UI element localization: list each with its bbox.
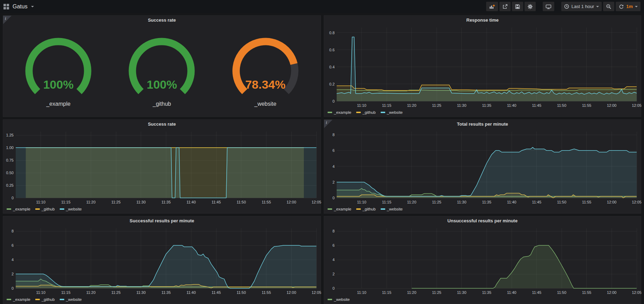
panel-unsuccessful-results: Unsuccessful results per minute 0246811:… xyxy=(324,216,641,304)
legend-series-swatch xyxy=(60,208,64,210)
time-series-chart[interactable]: 00.20.40.60.811:1011:1511:2011:2511:3011… xyxy=(324,25,641,117)
x-axis-tick-label: 11:40 xyxy=(507,290,517,295)
panel-title[interactable]: Response time xyxy=(324,16,641,25)
y-axis-tick-label: 0 xyxy=(324,196,335,200)
legend-item-_github[interactable]: _github xyxy=(35,207,55,211)
x-axis-tick-label: 11:10 xyxy=(36,290,45,295)
legend-series-swatch xyxy=(356,112,361,113)
legend-item-_example[interactable]: _example xyxy=(7,207,30,211)
x-axis-tick-label: 12:05 xyxy=(632,103,642,107)
y-axis-tick-label: 0.50 xyxy=(3,171,14,175)
y-axis-tick-label: 0 xyxy=(3,286,14,290)
y-axis-tick-label: 0 xyxy=(3,196,14,200)
panel-info-corner-icon[interactable] xyxy=(3,16,12,24)
time-series-chart[interactable]: 0246811:1011:1511:2011:2511:3011:3511:40… xyxy=(324,129,641,213)
dashboard-title: Gatus xyxy=(13,3,28,10)
gauge-label: _website xyxy=(222,101,309,107)
panel-successful-results: Successful results per minute 0246811:10… xyxy=(3,216,321,304)
add-panel-button[interactable] xyxy=(486,2,498,11)
add-panel-icon xyxy=(489,4,495,9)
refresh-interval-label: 1m xyxy=(626,4,633,9)
panel-success-rate-gauges: i Success rate 100%_example100%_github78… xyxy=(3,15,321,117)
legend-series-swatch xyxy=(328,208,332,210)
refresh-button[interactable]: 1m xyxy=(616,2,641,11)
chart-legend: _website xyxy=(328,296,350,303)
time-series-chart[interactable]: 0246811:1011:1511:2011:2511:3011:3511:40… xyxy=(3,225,321,304)
y-axis-tick-label: 2 xyxy=(324,180,335,184)
x-axis-tick-label: 12:00 xyxy=(607,290,617,295)
legend-item-_website[interactable]: _website xyxy=(381,207,403,211)
panel-response-time: Response time 00.20.40.60.811:1011:1511:… xyxy=(324,15,641,117)
x-axis-tick-label: 11:45 xyxy=(532,103,541,107)
x-axis-tick-label: 11:10 xyxy=(36,200,45,204)
legend-item-_website[interactable]: _website xyxy=(328,297,350,302)
chart-legend: _example_github_website xyxy=(328,206,403,212)
panel-info-corner-icon[interactable] xyxy=(324,120,332,128)
legend-item-_example[interactable]: _example xyxy=(7,297,30,302)
x-axis-tick-label: 11:50 xyxy=(557,290,566,295)
x-axis-tick-label: 12:00 xyxy=(607,200,617,204)
x-axis-tick-label: 11:40 xyxy=(186,290,196,295)
y-axis-tick-label: 0 xyxy=(324,99,335,103)
x-axis-tick-label: 11:20 xyxy=(407,103,416,107)
legend-series-swatch xyxy=(328,299,332,300)
x-axis-tick-label: 11:50 xyxy=(236,200,246,204)
time-range-button[interactable]: Last 1 hour xyxy=(561,2,602,11)
y-axis-tick-label: 2 xyxy=(3,272,14,276)
legend-item-_github[interactable]: _github xyxy=(35,297,55,302)
save-icon xyxy=(515,4,520,9)
legend-item-_example[interactable]: _example xyxy=(328,110,351,114)
navbar-toolbar: Last 1 hour 1m xyxy=(486,2,641,11)
x-axis-tick-label: 11:25 xyxy=(111,200,121,204)
panel-title[interactable]: Total results per minute xyxy=(324,120,641,129)
x-axis-tick-label: 11:25 xyxy=(432,290,441,295)
x-axis-tick-label: 11:35 xyxy=(482,290,491,295)
legend-item-_example[interactable]: _example xyxy=(328,207,351,211)
gauge-_github: 100%_github xyxy=(118,37,205,113)
legend-series-swatch xyxy=(328,112,332,113)
refresh-icon xyxy=(619,4,624,9)
y-axis-tick-label: 0.8 xyxy=(324,31,335,35)
x-axis-tick-label: 11:10 xyxy=(357,103,366,107)
x-axis-tick-label: 11:15 xyxy=(382,103,391,107)
x-axis-tick-label: 11:45 xyxy=(532,290,541,295)
share-dashboard-button[interactable] xyxy=(499,2,511,11)
legend-series-swatch xyxy=(7,208,11,210)
chart-canvas[interactable] xyxy=(324,25,641,117)
x-axis-tick-label: 11:35 xyxy=(482,103,491,107)
legend-series-swatch xyxy=(356,208,361,210)
panel-title[interactable]: Successful results per minute xyxy=(3,216,321,225)
time-series-chart[interactable]: 0246811:1011:1511:2011:2511:3011:3511:40… xyxy=(324,225,641,304)
legend-item-_github[interactable]: _github xyxy=(356,110,376,114)
legend-item-_website[interactable]: _website xyxy=(60,207,82,211)
y-axis-tick-label: 2 xyxy=(324,272,335,276)
legend-item-_website[interactable]: _website xyxy=(60,297,82,302)
gauge-chart: 100%_example100%_github78.34%_website xyxy=(3,25,321,131)
y-axis-tick-label: 4 xyxy=(324,258,335,262)
x-axis-tick-label: 11:40 xyxy=(507,200,517,204)
y-axis-tick-label: 4 xyxy=(324,164,335,169)
cycle-view-mode-button[interactable] xyxy=(543,2,554,11)
legend-series-swatch xyxy=(7,299,11,300)
legend-series-swatch xyxy=(381,112,385,113)
panel-title[interactable]: Success rate xyxy=(3,120,321,129)
x-axis-tick-label: 11:50 xyxy=(236,290,246,295)
zoom-out-button[interactable] xyxy=(603,2,614,11)
x-axis-tick-label: 11:40 xyxy=(507,103,517,107)
legend-item-_github[interactable]: _github xyxy=(356,207,376,211)
y-axis-tick-label: 6 xyxy=(3,243,14,247)
time-series-chart[interactable]: 00.250.500.751.001.2511:1011:1511:2011:2… xyxy=(3,129,321,213)
x-axis-tick-label: 11:20 xyxy=(86,290,96,295)
save-dashboard-button[interactable] xyxy=(512,2,523,11)
x-axis-tick-label: 11:55 xyxy=(582,103,591,107)
x-axis-tick-label: 12:05 xyxy=(312,290,321,295)
dashboard-settings-button[interactable] xyxy=(525,2,536,11)
legend-item-_website[interactable]: _website xyxy=(381,110,403,114)
legend-series-swatch xyxy=(60,299,64,300)
gauge-_example: 100%_example xyxy=(15,37,102,113)
panel-title[interactable]: Success rate xyxy=(3,16,321,25)
panel-title[interactable]: Unsuccessful results per minute xyxy=(324,216,641,225)
dashboard-picker[interactable]: Gatus xyxy=(3,3,34,10)
legend-series-swatch xyxy=(381,208,385,210)
x-axis-tick-label: 11:15 xyxy=(61,290,71,295)
